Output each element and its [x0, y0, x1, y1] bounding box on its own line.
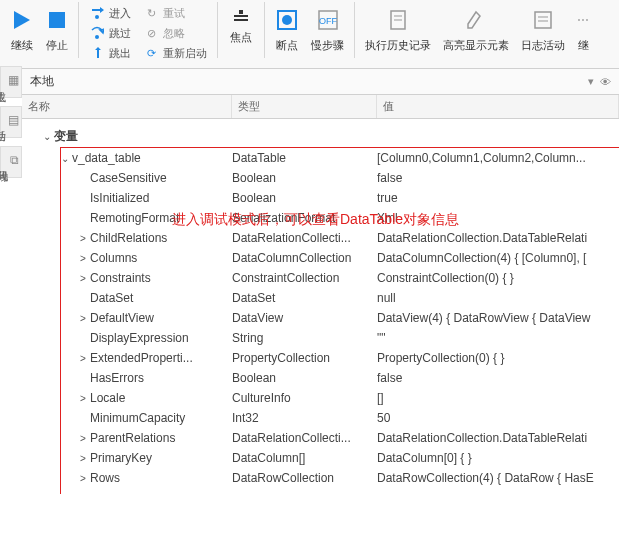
side-tab-activity[interactable]: ▤ 活动 — [0, 106, 22, 138]
ignore-button[interactable]: ⊘ 忽略 — [141, 24, 209, 42]
separator — [354, 2, 355, 58]
highlight-button[interactable]: 高亮显示元素 — [437, 2, 515, 55]
side-tabs: ▦ 生成 ▤ 活动 ⧉ 代码片段 — [0, 58, 22, 178]
chevron-down-icon[interactable]: ⌄ — [58, 153, 72, 164]
continue-button[interactable]: 继续 — [4, 2, 40, 55]
log-button[interactable]: 日志活动 — [515, 2, 571, 55]
var-value: DataColumn[0] { } — [377, 451, 619, 465]
var-name: IsInitialized — [90, 191, 149, 205]
var-name: Columns — [90, 251, 137, 265]
header-value[interactable]: 值 — [377, 95, 619, 118]
var-value: null — [377, 291, 619, 305]
activity-icon: ▤ — [8, 113, 19, 127]
var-type: CultureInfo — [232, 391, 377, 405]
var-row[interactable]: >HasErrorsBooleanfalse — [22, 368, 619, 388]
focus-button[interactable]: 焦点 — [226, 4, 256, 47]
side-tab-build[interactable]: ▦ 生成 — [0, 66, 22, 98]
ignore-icon: ⊘ — [143, 25, 159, 41]
cont2-button[interactable]: ⋯ 继 — [571, 2, 589, 55]
var-type: DataColumnCollection — [232, 251, 377, 265]
retry-button[interactable]: ↻ 重试 — [141, 4, 209, 22]
var-row[interactable]: >DefaultViewDataViewDataView(4) { DataRo… — [22, 308, 619, 328]
var-row[interactable]: >PrimaryKeyDataColumn[]DataColumn[0] { } — [22, 448, 619, 468]
chevron-right-icon[interactable]: > — [76, 473, 90, 484]
var-type: DataRowCollection — [232, 471, 377, 485]
header-type[interactable]: 类型 — [232, 95, 377, 118]
var-row[interactable]: >ExtendedProperti...PropertyCollectionPr… — [22, 348, 619, 368]
var-row[interactable]: >CaseSensitiveBooleanfalse — [22, 168, 619, 188]
focus-icon — [232, 6, 250, 28]
var-row[interactable]: >RowsDataRowCollectionDataRowCollection(… — [22, 468, 619, 488]
var-row[interactable]: >ConstraintsConstraintCollectionConstrai… — [22, 268, 619, 288]
restart-button[interactable]: ⟳ 重新启动 — [141, 44, 209, 62]
log-label: 日志活动 — [521, 38, 565, 53]
svg-text:OFF: OFF — [319, 16, 337, 26]
var-type: DataTable — [232, 151, 377, 165]
retry-label: 重试 — [163, 6, 185, 21]
history-button[interactable]: 执行历史记录 — [359, 2, 437, 55]
var-row[interactable]: >DisplayExpressionString"" — [22, 328, 619, 348]
var-value: DataView(4) { DataRowView { DataView — [377, 311, 619, 325]
pane-pin-icon[interactable]: 👁 — [600, 76, 611, 88]
highlight-label: 高亮显示元素 — [443, 38, 509, 53]
var-type: Int32 — [232, 411, 377, 425]
step-in-label: 进入 — [109, 6, 131, 21]
var-row[interactable]: >ChildRelationsDataRelationCollecti...Da… — [22, 228, 619, 248]
chevron-right-icon[interactable]: > — [76, 313, 90, 324]
breakpoint-button[interactable]: 断点 — [269, 2, 305, 55]
step-in-button[interactable]: 进入 — [87, 4, 133, 22]
var-root-row[interactable]: ⌄ v_data_table DataTable [Column0,Column… — [22, 148, 619, 168]
chevron-down-icon[interactable]: ⌄ — [40, 131, 54, 142]
var-name: ChildRelations — [90, 231, 167, 245]
chevron-right-icon[interactable]: > — [76, 253, 90, 264]
var-name: RemotingFormat — [90, 211, 179, 225]
separator — [217, 2, 218, 58]
var-row[interactable]: >ParentRelationsDataRelationCollecti...D… — [22, 428, 619, 448]
chevron-right-icon[interactable]: > — [76, 433, 90, 444]
var-name: Constraints — [90, 271, 151, 285]
cont2-icon: ⋯ — [577, 4, 589, 36]
var-type: DataColumn[] — [232, 451, 377, 465]
var-type: DataRelationCollecti... — [232, 231, 377, 245]
stop-button[interactable]: 停止 — [40, 2, 74, 55]
svg-point-3 — [95, 35, 99, 39]
step-over-button[interactable]: 跳过 — [87, 24, 133, 42]
pane-dropdown-icon[interactable]: ▾ — [588, 75, 594, 88]
svg-rect-4 — [234, 15, 248, 17]
step-out-button[interactable]: 跳出 — [87, 44, 133, 62]
cont2-label: 继 — [578, 38, 589, 53]
chevron-right-icon[interactable]: > — [76, 273, 90, 284]
svg-point-2 — [95, 15, 99, 19]
focus-label: 焦点 — [230, 30, 252, 45]
snippets-icon: ⧉ — [10, 153, 19, 167]
var-name: Locale — [90, 391, 125, 405]
side-tab-snippets[interactable]: ⧉ 代码片段 — [0, 146, 22, 178]
var-type: String — [232, 331, 377, 345]
var-row[interactable]: >IsInitializedBooleantrue — [22, 188, 619, 208]
var-row[interactable]: >LocaleCultureInfo[] — [22, 388, 619, 408]
svg-rect-1 — [49, 12, 65, 28]
var-value: [Column0,Column1,Column2,Column... — [377, 151, 619, 165]
chevron-right-icon[interactable]: > — [76, 393, 90, 404]
var-value: DataRelationCollection.DataTableRelati — [377, 231, 619, 245]
slowstep-label: 慢步骤 — [311, 38, 344, 53]
var-name: v_data_table — [72, 151, 141, 165]
restart-label: 重新启动 — [163, 46, 207, 61]
breakpoint-icon — [275, 4, 299, 36]
group-variables[interactable]: ⌄ 变量 — [22, 125, 619, 148]
var-name: DefaultView — [90, 311, 154, 325]
var-name: MinimumCapacity — [90, 411, 185, 425]
var-value: false — [377, 371, 619, 385]
chevron-right-icon[interactable]: > — [76, 353, 90, 364]
var-row[interactable]: >MinimumCapacityInt3250 — [22, 408, 619, 428]
chevron-right-icon[interactable]: > — [76, 453, 90, 464]
locals-pane-header: 本地 ▾ 👁 — [22, 69, 619, 95]
chevron-right-icon[interactable]: > — [76, 233, 90, 244]
continue-label: 继续 — [11, 38, 33, 53]
slowstep-button[interactable]: OFF 慢步骤 — [305, 2, 350, 55]
play-icon — [10, 4, 34, 36]
var-row[interactable]: >ColumnsDataColumnCollectionDataColumnCo… — [22, 248, 619, 268]
var-value: DataRowCollection(4) { DataRow { HasE — [377, 471, 619, 485]
var-row[interactable]: >DataSetDataSetnull — [22, 288, 619, 308]
header-name[interactable]: 名称 — [22, 95, 232, 118]
